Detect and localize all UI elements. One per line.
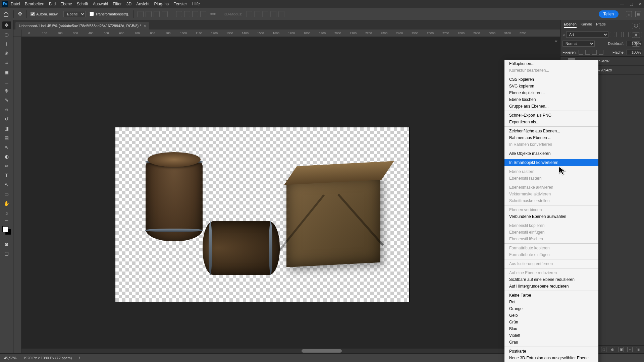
panel-tab-ebenen[interactable]: Ebenen (564, 22, 577, 28)
menu-plug-ins[interactable]: Plug-ins (154, 2, 169, 6)
lock-position-icon[interactable] (592, 50, 597, 55)
align-top-icon[interactable] (176, 11, 182, 17)
document-canvas[interactable] (115, 127, 409, 302)
lock-all-icon[interactable] (599, 50, 603, 55)
ctx-item[interactable]: Rot (504, 299, 598, 305)
lock-image-icon[interactable] (585, 50, 590, 55)
share-button[interactable]: Teilen (599, 10, 619, 18)
menu-bearbeiten[interactable]: Bearbeiten (25, 2, 44, 6)
menu-filter[interactable]: Filter (113, 2, 122, 6)
window-minimize-button[interactable]: — (620, 2, 624, 6)
history-brush-tool[interactable]: ↺ (2, 115, 11, 123)
frame-tool[interactable]: ▣ (2, 68, 11, 76)
lasso-tool[interactable]: ⌇ (2, 40, 11, 48)
color-swatches[interactable] (2, 226, 11, 235)
blur-tool[interactable]: ∿ (2, 143, 11, 151)
window-close-button[interactable]: ✕ (639, 2, 642, 6)
menu-schrift[interactable]: Schrift (77, 2, 88, 6)
ruler-origin[interactable] (13, 29, 21, 37)
pen-tool[interactable]: ✑ (2, 162, 11, 170)
group-icon[interactable]: ▣ (619, 347, 624, 352)
search-icon[interactable]: ⌕ (626, 11, 632, 17)
crop-tool[interactable]: ⌗ (2, 59, 11, 66)
workspace-icon[interactable]: ▦ (635, 11, 641, 17)
align-middle-icon[interactable] (184, 11, 190, 17)
move-tool[interactable]: ✥ (2, 21, 11, 29)
new-layer-icon[interactable]: ＋ (627, 347, 633, 352)
paragraph-panel-icon[interactable]: ¶ (632, 41, 640, 47)
type-tool[interactable]: T (2, 172, 11, 179)
magic-wand-tool[interactable]: ✳ (2, 50, 11, 57)
zoom-tool[interactable]: ⌕ (2, 209, 11, 217)
gradient-tool[interactable]: ▤ (2, 134, 11, 141)
auto-select-kind-select[interactable]: Ebene (63, 11, 86, 17)
ctx-item[interactable]: Orange (504, 305, 598, 312)
align-bottom-icon[interactable] (192, 11, 198, 17)
ctx-item[interactable]: Verbundene Ebenen auswählen (504, 213, 598, 220)
align-right-icon[interactable] (154, 11, 160, 17)
adjustment-layer-icon[interactable]: ◐ (610, 347, 615, 352)
ctx-item[interactable]: Ebene duplizieren... (504, 89, 598, 96)
menu-3d[interactable]: 3D (126, 2, 131, 6)
ctx-item[interactable]: Fülloptionen... (504, 60, 598, 67)
more-options-icon[interactable]: ••• (210, 11, 216, 17)
ctx-item[interactable]: Ebene löschen (504, 96, 598, 103)
layer-filter-kind-select[interactable]: Art (566, 32, 608, 38)
rectangle-tool[interactable]: ▭ (2, 190, 11, 198)
ctx-item[interactable]: SVG kopieren (504, 83, 598, 89)
document-dimensions[interactable]: 1920 Px x 1080 Px (72 ppcm) (23, 356, 72, 360)
menu-auswahl[interactable]: Auswahl (93, 2, 108, 6)
ctx-item[interactable]: Keine Farbe (504, 292, 598, 299)
transform-controls-checkbox[interactable]: Transformationsstrg. (90, 12, 129, 16)
close-icon[interactable]: × (144, 24, 146, 28)
home-icon[interactable] (3, 11, 9, 17)
clone-stamp-tool[interactable]: ⎌ (2, 106, 11, 113)
path-selection-tool[interactable]: ↖ (2, 181, 11, 188)
quick-mask-tool[interactable]: ◙ (2, 240, 11, 248)
healing-brush-tool[interactable]: ❉ (2, 87, 11, 95)
filter-pixel-icon[interactable] (610, 32, 615, 37)
search-icon[interactable]: ⌕ (562, 32, 565, 37)
menu-datei[interactable]: Datei (11, 2, 20, 6)
zoom-level[interactable]: 45,53% (4, 356, 16, 360)
ctx-item[interactable]: Sichtbare auf eine Ebene reduzieren (504, 276, 598, 283)
document-tab[interactable]: Unbenannt-1 bei 45,5% (a44abc5ae178e5f53… (15, 22, 149, 29)
ctx-item[interactable]: Grau (504, 339, 598, 346)
ruler-horizontal[interactable]: 0100200300400500600700800900100011001200… (21, 29, 644, 37)
fill-input[interactable] (627, 50, 642, 55)
eraser-tool[interactable]: ◨ (2, 125, 11, 132)
ctx-item[interactable]: Neue 3D-Extrusion aus ausgewählter Ebene (504, 355, 598, 361)
menu-ebene[interactable]: Ebene (60, 2, 72, 6)
ruler-vertical[interactable] (13, 37, 21, 353)
status-chevron-icon[interactable]: ⟩ (78, 356, 80, 360)
marquee-tool[interactable]: ◌ (2, 31, 11, 38)
filter-adjust-icon[interactable] (616, 32, 622, 37)
menu-fenster[interactable]: Fenster (173, 2, 187, 6)
window-maximize-button[interactable]: ▢ (630, 2, 633, 6)
auto-select-checkbox[interactable]: Autom. ausw.: (31, 12, 59, 16)
ctx-item[interactable]: Rahmen aus Ebenen ... (504, 134, 598, 141)
panel-tab-pfade[interactable]: Pfade (596, 22, 606, 28)
distribute-v-icon[interactable] (200, 11, 206, 17)
brush-tool[interactable]: ✎ (2, 97, 11, 104)
lock-transparency-icon[interactable] (579, 50, 583, 55)
panel-tab-kanäle[interactable]: Kanäle (581, 22, 592, 28)
ctx-item[interactable]: Gelb (504, 312, 598, 319)
ctx-item[interactable]: Auf Hintergrundebene reduzieren (504, 283, 598, 290)
hand-tool[interactable]: ✋ (2, 200, 11, 207)
ctx-item[interactable]: Blau (504, 325, 598, 332)
screen-mode-tool[interactable]: ▢ (2, 250, 11, 257)
ctx-item[interactable]: Grün (504, 319, 598, 325)
ctx-item[interactable]: Zeichenfläche aus Ebenen... (504, 128, 598, 134)
ctx-item[interactable]: Violett (504, 332, 598, 339)
ctx-item[interactable]: Alle Objekte maskieren (504, 150, 598, 157)
align-center-icon[interactable] (146, 11, 152, 17)
ctx-item[interactable]: CSS kopieren (504, 76, 598, 83)
ctx-item[interactable]: Exportieren als... (504, 119, 598, 125)
ctx-item[interactable]: Postkarte (504, 348, 598, 355)
layer-mask-icon[interactable]: ◻ (601, 347, 606, 352)
ctx-item[interactable]: Gruppe aus Ebenen... (504, 103, 598, 110)
distribute-icon[interactable] (162, 11, 168, 17)
ctx-item[interactable]: Schnell-Export als PNG (504, 112, 598, 119)
info-panel-icon[interactable]: ⓘ (632, 23, 640, 29)
